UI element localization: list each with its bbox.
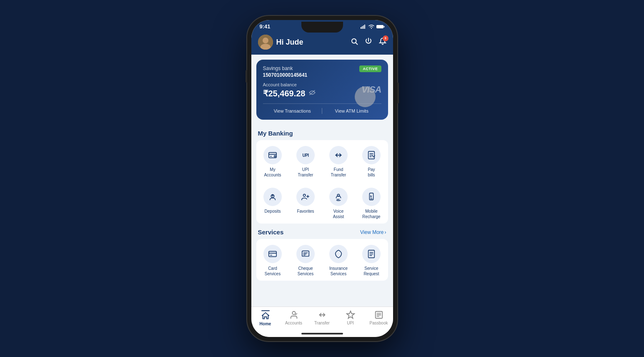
nav-upi-label: UPI: [347, 321, 354, 325]
card-services-icon: [263, 245, 282, 263]
search-icon-btn[interactable]: [351, 38, 358, 47]
nav-upi[interactable]: UPI: [336, 310, 365, 326]
my-accounts-label: MyAccounts: [264, 167, 281, 178]
grid-item-deposits[interactable]: Deposits: [256, 182, 289, 224]
home-indicator: [251, 331, 393, 337]
bottom-nav: Home Accounts Transfer: [251, 307, 393, 331]
hide-balance-icon[interactable]: [308, 90, 316, 97]
nav-accounts[interactable]: Accounts: [280, 310, 308, 326]
my-accounts-icon: [263, 146, 282, 164]
card-info: Savings bank 1507010000145641: [263, 65, 308, 78]
fund-transfer-icon: [329, 146, 348, 164]
svg-point-22: [303, 194, 306, 197]
accounts-nav-icon: [289, 310, 298, 319]
nav-passbook[interactable]: Passbook: [365, 310, 393, 326]
voice-assist-label: VoiceAssist: [333, 209, 344, 219]
grid-item-favorites[interactable]: Favorites: [289, 182, 322, 224]
battery-icon: [376, 25, 385, 29]
cheque-services-icon: [296, 245, 315, 263]
fund-transfer-label: FundTransfer: [331, 167, 346, 178]
volume-button: [246, 70, 247, 83]
grid-item-service-request[interactable]: ServiceRequest: [355, 239, 388, 281]
pay-bills-label: Paybills: [368, 167, 375, 178]
phone-frame: 9:41: [247, 16, 397, 341]
status-icons: [361, 25, 385, 29]
nav-transfer-label: Transfer: [314, 321, 330, 325]
chevron-right-icon: ›: [385, 229, 386, 235]
card-top: Savings bank 1507010000145641 ACTIVE: [263, 65, 381, 78]
pay-bills-icon: [362, 146, 381, 164]
svg-point-40: [292, 312, 295, 314]
power-button: [397, 83, 399, 103]
favorites-label: Favorites: [297, 209, 314, 214]
wifi-icon: [368, 25, 374, 29]
grid-item-card-services[interactable]: CardServices: [256, 239, 289, 281]
svg-rect-32: [302, 251, 309, 256]
notch: [301, 22, 343, 33]
transfer-nav-icon: [318, 310, 327, 319]
mobile-recharge-label: MobileRecharge: [362, 209, 380, 219]
my-banking-title: My Banking: [251, 125, 393, 140]
bank-card: Savings bank 1507010000145641 ACTIVE Acc…: [256, 60, 388, 120]
home-nav-icon: [261, 311, 270, 320]
grid-item-mobile-recharge[interactable]: MobileRecharge: [355, 182, 388, 224]
card-bank-name: Savings bank: [263, 65, 308, 71]
favorites-icon: [296, 188, 315, 206]
services-header: Services View More ›: [251, 224, 393, 239]
svg-rect-3: [364, 25, 365, 29]
home-bar: [301, 333, 343, 334]
deposits-label: Deposits: [265, 209, 281, 214]
power-icon-btn[interactable]: [365, 38, 372, 47]
svg-rect-1: [362, 26, 363, 29]
svg-rect-0: [361, 27, 361, 29]
svg-rect-5: [383, 26, 384, 28]
view-more-btn[interactable]: View More ›: [360, 229, 386, 235]
grid-item-upi-transfer[interactable]: UPI UPITransfer: [289, 140, 322, 182]
svg-line-10: [356, 43, 357, 44]
grid-item-voice-assist[interactable]: VoiceAssist: [322, 182, 355, 224]
card-services-label: CardServices: [265, 266, 281, 277]
svg-marker-41: [346, 311, 354, 318]
services-title: Services: [258, 229, 284, 236]
svg-point-7: [263, 38, 268, 43]
header-left: Hi Jude: [258, 35, 303, 50]
svg-rect-4: [376, 25, 383, 28]
svg-rect-29: [269, 251, 276, 257]
view-transactions-btn[interactable]: View Transactions: [263, 108, 322, 113]
svg-rect-2: [363, 25, 364, 29]
upi-transfer-label: UPITransfer: [298, 167, 313, 178]
grid-item-my-accounts[interactable]: MyAccounts: [256, 140, 289, 182]
floating-cursor: [355, 86, 376, 107]
avatar: [258, 35, 273, 50]
grid-item-insurance-services[interactable]: InsuranceServices: [322, 239, 355, 281]
avatar-image: [258, 35, 273, 50]
view-atm-limits-btn[interactable]: View ATM Limits: [322, 108, 381, 113]
service-request-label: ServiceRequest: [363, 266, 379, 277]
header-right: 3: [351, 38, 386, 47]
status-time: 9:41: [260, 23, 271, 30]
cheque-services-label: ChequeServices: [298, 266, 313, 277]
service-request-icon: [362, 245, 381, 263]
grid-item-pay-bills[interactable]: Paybills: [355, 140, 388, 182]
upi-transfer-icon: UPI: [296, 146, 315, 164]
grid-item-fund-transfer[interactable]: FundTransfer: [322, 140, 355, 182]
nav-home-label: Home: [260, 322, 271, 326]
active-badge: ACTIVE: [359, 65, 381, 72]
nav-home[interactable]: Home: [251, 310, 280, 326]
nav-transfer[interactable]: Transfer: [308, 310, 336, 326]
greeting-text: Hi Jude: [276, 38, 303, 47]
svg-point-15: [274, 156, 276, 157]
insurance-services-icon: [329, 245, 348, 263]
mobile-recharge-icon: [362, 188, 381, 206]
notification-icon-btn[interactable]: 3: [379, 38, 386, 47]
grid-item-cheque-services[interactable]: ChequeServices: [289, 239, 322, 281]
nav-accounts-label: Accounts: [285, 321, 302, 325]
insurance-services-label: InsuranceServices: [329, 266, 348, 277]
upi-logo-text: UPI: [302, 153, 308, 158]
balance-amount: ₹25,469.28: [263, 88, 306, 98]
scroll-content: Savings bank 1507010000145641 ACTIVE Acc…: [251, 55, 393, 307]
services-grid: CardServices ChequeServices: [256, 239, 388, 281]
voice-assist-icon: [329, 188, 348, 206]
upi-nav-icon: [346, 310, 355, 319]
nav-passbook-label: Passbook: [370, 321, 388, 325]
